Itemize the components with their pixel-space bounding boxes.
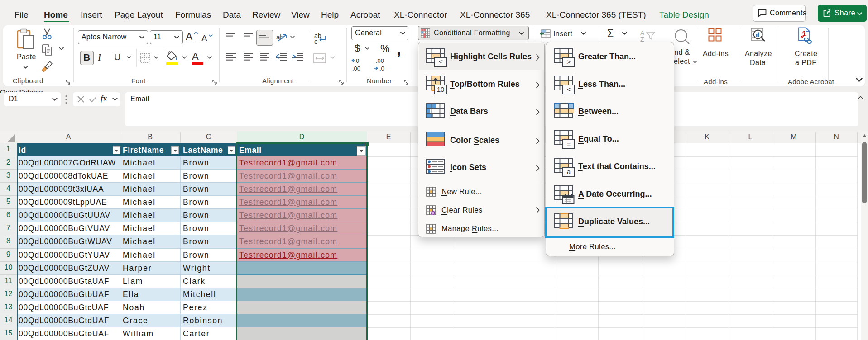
svg-text:.00: .00: [376, 57, 384, 64]
svg-text:c: c: [314, 38, 317, 44]
svg-text:.00: .00: [352, 65, 360, 72]
svg-text:0: 0: [356, 57, 359, 64]
svg-text:.0: .0: [379, 65, 384, 72]
svg-text:Z: Z: [640, 36, 644, 42]
